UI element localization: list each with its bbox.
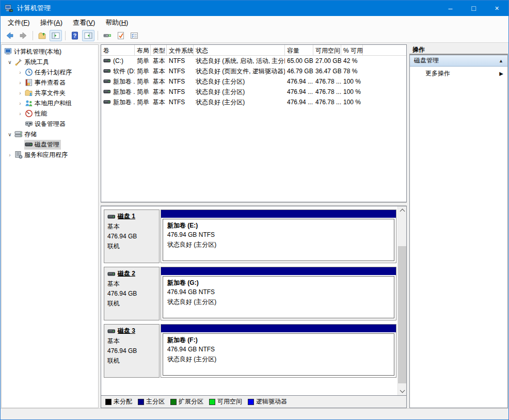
expand-chevron-icon[interactable]: › — [16, 111, 24, 117]
volume-row[interactable]: 新加卷 ...简单基本NTFS状态良好 (主分区)476.94 ...476.7… — [101, 97, 406, 107]
export-button[interactable] — [36, 30, 49, 41]
volume-box[interactable]: 新加卷 (E:)476.94 GB NTFS状态良好 (主分区) — [161, 209, 396, 263]
tree-item-content[interactable]: 存储 — [14, 130, 38, 139]
expand-chevron-icon[interactable]: › — [16, 101, 24, 106]
expand-chevron-icon[interactable]: › — [16, 90, 24, 96]
tree-item-content[interactable]: 共享文件夹 — [24, 88, 67, 98]
tree-item-content[interactable]: 性能 — [24, 109, 49, 119]
expand-chevron-icon[interactable]: › — [6, 152, 14, 158]
tree-item-label: 性能 — [35, 109, 47, 118]
toolbar-separator — [98, 31, 98, 40]
legend-color-swatch — [170, 399, 177, 405]
disk-status: 联机 — [107, 356, 156, 366]
status-cell: 状态良好 (主分区) — [194, 98, 285, 107]
volume-row[interactable]: 新加卷 ...简单基本NTFS状态良好 (主分区)476.94 ...476.7… — [101, 76, 406, 87]
tree-item-system-tools[interactable]: ∨系统工具 — [2, 57, 98, 67]
actions-pane: 操作 磁盘管理 ▲ 更多操作 ▶ — [409, 44, 508, 408]
volume-table-header: 卷布局类型文件系统状态容量可用空间% 可用 — [101, 45, 406, 56]
tree-item-content[interactable]: 设备管理器 — [24, 119, 67, 129]
capacity-column-header[interactable]: 容量 — [285, 45, 313, 55]
free-space-cell: 476.78 ... — [313, 78, 341, 85]
more-actions-item[interactable]: 更多操作 ▶ — [410, 67, 507, 80]
free-space-column-header[interactable]: 可用空间 — [313, 45, 341, 55]
percent-free-cell: 100 % — [341, 88, 363, 95]
disk-info-panel[interactable]: 磁盘 1基本476.94 GB联机 — [104, 209, 160, 263]
scroll-up-button[interactable] — [398, 206, 406, 214]
volume-box[interactable]: 新加卷 (F:)476.94 GB NTFS状态良好 (主分区) — [161, 324, 396, 378]
tree-item-content[interactable]: 本地用户和组 — [24, 99, 73, 108]
tree-item-content[interactable]: 服务和应用程序 — [14, 150, 69, 160]
checklist-button[interactable] — [128, 30, 140, 41]
type-column-header[interactable]: 类型 — [151, 45, 167, 55]
device-button[interactable] — [101, 30, 114, 41]
volume-row[interactable]: 新加卷 ...简单基本NTFS状态良好 (主分区)476.94 ...476.7… — [101, 87, 406, 97]
tree-item-storage[interactable]: ∨存储 — [2, 129, 98, 139]
disk-size: 476.94 GB — [107, 346, 156, 356]
percent-free-cell: 100 % — [341, 99, 363, 106]
collapse-chevron-icon[interactable]: ∨ — [6, 132, 14, 137]
tree-item-shared-folders[interactable]: ›共享文件夹 — [2, 88, 98, 98]
section-label: 磁盘管理 — [414, 56, 499, 65]
tree-item-content[interactable]: 磁盘管理 — [24, 140, 61, 150]
tree-item-label: 共享文件夹 — [35, 89, 66, 98]
capacity-cell: 476.94 ... — [285, 99, 313, 106]
volume-row[interactable]: 软件 (D:)简单基本NTFS状态良好 (页面文件, 逻辑驱动器)46.79 G… — [101, 66, 406, 76]
collapse-chevron-icon[interactable]: ∨ — [6, 59, 14, 65]
tree-item-content[interactable]: 计算机管理(本地) — [4, 47, 63, 57]
scroll-down-button[interactable] — [398, 387, 406, 395]
system-tools-icon — [14, 58, 23, 66]
layout-cell: 简单 — [135, 98, 151, 107]
disk-list: 磁盘 1基本476.94 GB联机新加卷 (E:)476.94 GB NTFS状… — [101, 206, 397, 395]
volume-box[interactable]: 新加卷 (G:)476.94 GB NTFS状态良好 (主分区) — [161, 267, 396, 320]
tree-item-content[interactable]: 事件查看器 — [24, 78, 67, 88]
expand-chevron-icon[interactable]: › — [16, 80, 24, 86]
status-column-header[interactable]: 状态 — [194, 45, 285, 55]
tree-item-task-scheduler[interactable]: ›任务计划程序 — [2, 67, 98, 77]
action-pane-button[interactable] — [82, 30, 94, 41]
forward-button[interactable] — [17, 30, 29, 41]
legend-color-swatch — [138, 399, 144, 405]
tree-item-device-manager[interactable]: 设备管理器 — [2, 119, 98, 129]
tree-item-computer-management-local[interactable]: 计算机管理(本地) — [2, 46, 98, 57]
tree-item-disk-management[interactable]: 磁盘管理 — [2, 139, 98, 150]
tree-item-content[interactable]: 系统工具 — [14, 57, 51, 67]
menu-file[interactable]: 文件(F) — [3, 17, 35, 29]
free-space-cell: 476.78 ... — [313, 88, 341, 95]
disk-management-section-header[interactable]: 磁盘管理 ▲ — [410, 55, 507, 67]
disk-info-panel[interactable]: 磁盘 2基本476.94 GB联机 — [104, 267, 160, 320]
filesystem-column-header[interactable]: 文件系统 — [167, 45, 194, 55]
back-button[interactable] — [4, 30, 16, 41]
collapse-icon[interactable]: ▲ — [499, 58, 503, 63]
volume-row[interactable]: (C:)简单基本NTFS状态良好 (系统, 启动, 活动, 主分区)65.00 … — [101, 56, 406, 66]
tree-item-content[interactable]: 任务计划程序 — [24, 68, 73, 77]
vertical-scrollbar[interactable] — [397, 206, 406, 395]
percent-free-column-header[interactable]: % 可用 — [341, 45, 363, 55]
scrollbar-track[interactable] — [398, 214, 406, 387]
capacity-cell: 65.00 GB — [285, 57, 313, 64]
console-tree-button[interactable] — [50, 30, 62, 41]
expand-chevron-icon[interactable]: › — [16, 70, 24, 75]
tree-item-services-applications[interactable]: ›服务和应用程序 — [2, 150, 98, 160]
volume-column-header[interactable]: 卷 — [101, 45, 135, 55]
tree-item-performance[interactable]: ›性能 — [2, 108, 98, 119]
maximize-button[interactable]: □ — [462, 1, 485, 16]
disk-info-panel[interactable]: 磁盘 3基本476.94 GB联机 — [104, 324, 160, 378]
pane-splitter[interactable] — [101, 202, 407, 206]
layout-column-header[interactable]: 布局 — [135, 45, 151, 55]
help-button[interactable]: ? — [69, 30, 81, 41]
tree-item-local-users-groups[interactable]: ›本地用户和组 — [2, 98, 98, 108]
tree-item-event-viewer[interactable]: ›事件查看器 — [2, 77, 98, 88]
menu-help[interactable]: 帮助(H) — [100, 17, 133, 29]
close-button[interactable]: × — [485, 1, 508, 16]
disk-title: 磁盘 1 — [107, 212, 156, 221]
volume-title: 新加卷 (G:) — [167, 278, 390, 287]
shared-folders-icon — [25, 89, 33, 97]
scrollbar-thumb[interactable] — [398, 246, 406, 383]
status-cell: 状态良好 (系统, 启动, 活动, 主分区) — [194, 57, 285, 66]
minimize-button[interactable]: – — [439, 1, 462, 16]
volume-details: 新加卷 (E:)476.94 GB NTFS状态良好 (主分区) — [163, 219, 394, 261]
menu-action[interactable]: 操作(A) — [35, 17, 68, 29]
device-manager-icon — [25, 120, 33, 128]
check-button[interactable] — [115, 30, 127, 41]
menu-view[interactable]: 查看(V) — [68, 17, 100, 29]
